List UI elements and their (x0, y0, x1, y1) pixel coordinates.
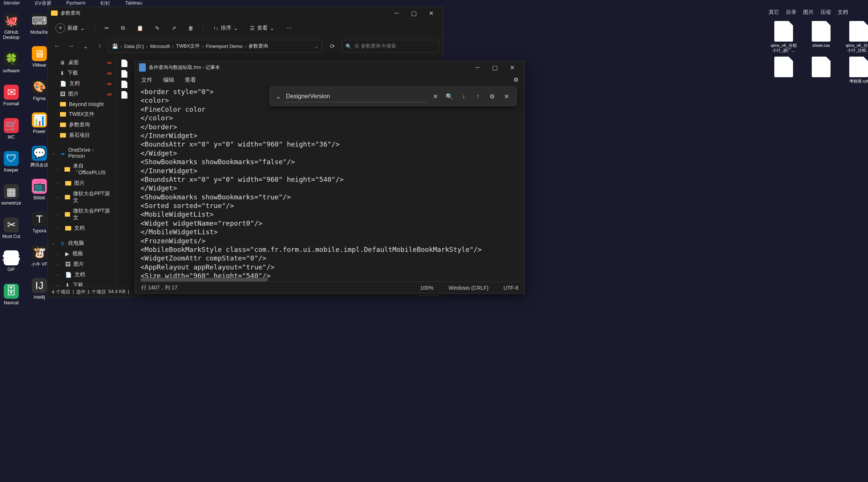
desktop-shortcut[interactable]: 🛒MC (0, 118, 22, 140)
sidebar-onedrive-item[interactable]: ›文档 (48, 223, 115, 234)
desktop-file[interactable]: qims_v6_分组小计_过程... (844, 21, 868, 53)
sidebar-quick-item[interactable]: 🖥桌面 (48, 57, 115, 68)
view-button[interactable]: ☰ 查看 ⌄ (248, 23, 277, 33)
sidebar-folder-item[interactable]: 参数查询 (48, 120, 115, 130)
taskbar-app[interactable]: Pycharm (66, 0, 85, 7)
sidebar-thispc-item[interactable]: ›⬇下载 (48, 280, 115, 286)
rename-icon: ✎ (155, 25, 160, 31)
desktop-shortcut[interactable]: S›GGIF (0, 250, 22, 272)
history-button[interactable]: ⌄ (80, 41, 91, 51)
menu-file[interactable]: 文件 (141, 76, 153, 84)
search-input[interactable]: 🔍 在 参数查询 中搜索 (341, 40, 439, 52)
rename-button[interactable]: ✎ (153, 24, 162, 33)
desktop-shortcut[interactable]: TTypora (28, 212, 51, 234)
desktop-file[interactable]: 考核报.cpt (844, 57, 868, 84)
back-button[interactable]: ← (52, 41, 62, 51)
maximize-button[interactable]: ▢ (486, 61, 503, 73)
explorer-titlebar[interactable]: 参数查询 ─ ▢ ✕ (48, 7, 443, 19)
sidebar-folder-item[interactable]: TWBX文件 (48, 109, 115, 120)
desk-tab[interactable]: 压缩 (820, 9, 831, 16)
taskbar-app[interactable]: 钉钉 (100, 0, 110, 7)
expand-find-button[interactable]: ⌄ (274, 93, 283, 100)
more-button[interactable]: ⋯ (284, 24, 294, 33)
desktop-shortcut[interactable]: 📺Bilibili (28, 179, 51, 201)
sort-button[interactable]: ↑↓ 排序 ⌄ (211, 23, 240, 33)
sidebar-folder-item[interactable]: 盾石项目 (48, 130, 115, 141)
forward-button[interactable]: → (66, 41, 76, 51)
sidebar-onedrive-item[interactable]: ›来自「OfficePLUS (48, 161, 115, 178)
desktop-shortcut[interactable]: 🖥VMwar (28, 46, 51, 68)
clear-find-button[interactable]: ✕ (429, 90, 441, 103)
up-button[interactable]: ↑ (94, 41, 105, 51)
sidebar-onedrive[interactable]: ⌄☁OneDrive - Person (48, 145, 115, 161)
delete-button[interactable]: 🗑 (186, 24, 196, 33)
search-icon[interactable]: 🔍 (443, 90, 456, 103)
sidebar-onedrive-item[interactable]: ›图片 (48, 178, 115, 189)
desktop-file[interactable] (806, 57, 836, 84)
desktop-shortcut[interactable]: ✂Must Cut (0, 217, 22, 239)
refresh-button[interactable]: ⟳ (326, 40, 338, 52)
horizontal-scrollbar[interactable] (141, 278, 268, 281)
encoding: UTF-8 (503, 285, 518, 291)
settings-button[interactable]: ⚙ (513, 76, 518, 83)
desktop-shortcut[interactable]: ✉Foxmail (0, 85, 22, 106)
menu-view[interactable]: 查看 (185, 76, 196, 84)
chevron-down-icon[interactable]: ⌄ (314, 43, 319, 49)
desktop-shortcut[interactable]: 🎨Figma (28, 79, 51, 101)
desktop-right-panel: 其它 目录 图片 压缩 文档 qims_v6_分组小计_进厂...sheet.c… (769, 7, 868, 88)
breadcrumb-item[interactable]: Finereport Demo (206, 43, 242, 49)
desktop-shortcut[interactable]: 💬腾讯会议 (28, 146, 51, 168)
find-prev-button[interactable]: ↑ (471, 90, 484, 103)
minimize-button[interactable]: ─ (469, 61, 486, 73)
sidebar-folder-item[interactable]: Beyond Inisght (48, 99, 115, 109)
cut-button[interactable]: ✂ (102, 24, 111, 33)
close-find-button[interactable]: ✕ (500, 90, 513, 103)
notepad-text[interactable]: <border style="0"> <color> <FineColor co… (135, 86, 524, 281)
breadcrumb-item[interactable]: Data (D:) (124, 43, 144, 49)
breadcrumb-item[interactable]: Microsoft (150, 43, 170, 49)
sidebar-quick-item[interactable]: 🖼图片 (48, 89, 115, 99)
desktop-file[interactable] (769, 57, 799, 84)
desktop-shortcut[interactable]: ⌨MobaXte (28, 13, 51, 35)
breadcrumb[interactable]: 💾 › Data (D:) › Microsoft › TWBX文件 › Fin… (108, 40, 323, 52)
find-next-button[interactable]: ↓ (457, 90, 470, 103)
desktop-shortcut[interactable]: 🍀software (0, 52, 22, 73)
desktop-shortcut[interactable]: 🐙GitHub Desktop (0, 13, 22, 40)
desktop-shortcut[interactable]: 🐮小牛 VF (28, 245, 51, 267)
close-button[interactable]: ✕ (422, 7, 440, 19)
sidebar-thispc[interactable]: ⌄🖥此电脑 (48, 238, 115, 248)
desktop-file[interactable]: sheet.css (806, 21, 836, 53)
sidebar-thispc-item[interactable]: ›▶视频 (48, 248, 115, 259)
copy-button[interactable]: ⧉ (119, 23, 127, 33)
desktop-shortcut[interactable]: 🛡Keeper (0, 151, 22, 173)
status-item-count: 4 个项目 (52, 289, 70, 295)
share-button[interactable]: ↗ (169, 24, 178, 33)
sidebar-onedrive-item[interactable]: ›微软大会PPT源文 (48, 189, 115, 206)
desk-tab[interactable]: 其它 (769, 9, 779, 16)
sidebar-thispc-item[interactable]: ›🖼图片 (48, 259, 115, 269)
sidebar-quick-item[interactable]: ⬇下载 (48, 68, 115, 78)
sidebar-quick-item[interactable]: 📄文档 (48, 78, 115, 89)
desktop-shortcut[interactable]: 📊Power (28, 112, 51, 134)
desktop-shortcut[interactable]: 🗄Navicat (0, 284, 22, 305)
find-options-button[interactable]: ⚙ (486, 90, 498, 103)
desk-tab[interactable]: 目录 (786, 9, 796, 16)
desktop-shortcut[interactable]: IJIntellij (28, 278, 51, 300)
new-button[interactable]: ＋ 新建 ⌄ (53, 22, 87, 34)
taskbar-app[interactable]: Tableau (125, 0, 142, 7)
breadcrumb-item[interactable]: TWBX文件 (176, 43, 200, 49)
desk-tab[interactable]: 文档 (838, 9, 848, 16)
desktop-file[interactable]: qims_v6_分组小计_进厂... (769, 21, 799, 53)
minimize-button[interactable]: ─ (388, 7, 405, 19)
maximize-button[interactable]: ▢ (405, 7, 422, 19)
desktop-shortcut[interactable]: ▦eometrize (0, 184, 22, 206)
sidebar-thispc-item[interactable]: ›📄文档 (48, 269, 115, 280)
find-input[interactable] (284, 91, 427, 102)
menu-edit[interactable]: 编辑 (163, 76, 174, 84)
sidebar-onedrive-item[interactable]: ›微软大会PPT源文 (48, 206, 115, 223)
desk-tab[interactable]: 图片 (803, 9, 814, 16)
breadcrumb-item[interactable]: 参数查询 (248, 43, 268, 49)
notepad-titlebar[interactable]: 条件查询与数据钻取.frm - 记事本 ─ ▢ ✕ (135, 61, 524, 74)
paste-button[interactable]: 📋 (135, 24, 145, 33)
close-button[interactable]: ✕ (503, 61, 521, 73)
